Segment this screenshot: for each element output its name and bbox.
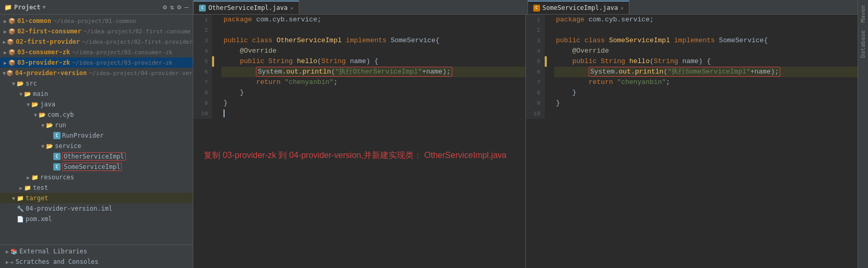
expand-arrow: ▶	[2, 50, 8, 55]
expand-arrow: ▶	[25, 175, 31, 180]
sidebar-item-external-libraries[interactable]: ▶ 📚 External Libraries	[0, 246, 193, 257]
module-name: 03-provider-zk	[17, 59, 70, 66]
tab-some-service-impl[interactable]: C SomeServiceImpl.java ✕	[527, 1, 630, 14]
dropdown-arrow[interactable]: ▼	[43, 4, 46, 10]
line-marker	[214, 88, 221, 98]
folder-icon: 📂	[17, 80, 24, 87]
editor-pane-left: 1 package com.cyb.service; 2 3	[193, 15, 526, 268]
code-line: 8 }	[193, 88, 525, 98]
module-icon: 📦	[8, 59, 16, 66]
line-marker	[214, 77, 221, 88]
sidebar-item-target[interactable]: ▼ 📁 target	[0, 193, 193, 203]
code-line: 7 return "chenyanbin";	[193, 77, 525, 88]
iml-icon: 🔧	[17, 205, 24, 212]
line-number: 7	[526, 77, 545, 88]
sidebar-toolbar: ⚙ ⇅ ⚙ —	[163, 3, 189, 11]
sidebar-item-01-common[interactable]: ▶ 📦 01-common ~/idea-project/01-common	[0, 16, 193, 26]
chinese-annotation: 复制 03-provider-zk 到 04-provider-version,…	[204, 151, 507, 160]
sidebar-item-com-cyb[interactable]: ▼ 📂 com.cyb	[0, 109, 193, 120]
sidebar-item-run[interactable]: ▼ 📂 run	[0, 120, 193, 130]
code-line: 1 package com.cyb.service;	[193, 15, 525, 25]
line-marker	[214, 46, 221, 56]
module-name: 01-common	[17, 17, 51, 25]
code-line: 6 System.out.println("执行SomeServiceImpl"…	[526, 67, 858, 77]
line-content: @Override	[554, 46, 858, 56]
java-class-icon: C	[53, 153, 61, 160]
line-marker	[547, 35, 554, 46]
expand-arrow: ▼	[40, 123, 46, 128]
line-content: public String hello(String name) {	[554, 56, 858, 67]
line-number: 1	[526, 15, 545, 25]
database-panel-label[interactable]: Database	[860, 30, 866, 58]
sidebar-item-other-service-impl[interactable]: C OtherServiceImpl	[0, 151, 193, 162]
expand-arrow: ▶	[4, 249, 10, 254]
minimize-icon[interactable]: —	[184, 3, 189, 11]
code-line: 9 }	[193, 98, 525, 108]
module-path: ~/idea-project/04-provider-ver	[89, 70, 193, 77]
sidebar-bottom: ▶ 📚 External Libraries ▶ ✏️ Scratches an…	[0, 245, 193, 268]
folder-label: src	[26, 80, 37, 87]
sidebar-item-03-provider-zk[interactable]: ▶ 📦 03-provider-zk ~/idea-project/03-pro…	[0, 57, 193, 68]
folder-icon: 📁	[17, 195, 24, 202]
folder-label: java	[40, 101, 55, 108]
settings-icon[interactable]: ⚙	[177, 3, 181, 11]
expand-arrow: ▶	[2, 29, 8, 34]
line-number: 9	[193, 98, 212, 108]
sidebar-item-test[interactable]: ▶ 📁 test	[0, 182, 193, 193]
sidebar-item-src[interactable]: ▼ 📂 src	[0, 78, 193, 89]
tab-close-button[interactable]: ✕	[620, 5, 624, 11]
java-icon: C	[199, 5, 206, 11]
line-content: }	[221, 88, 525, 98]
line-number: 8	[526, 88, 545, 98]
line-number: 3	[193, 35, 212, 46]
code-line: 8 }	[526, 88, 858, 98]
sort-icon[interactable]: ⇅	[170, 3, 174, 11]
code-area-left[interactable]: 1 package com.cyb.service; 2 3	[193, 15, 525, 268]
line-number: 9	[526, 98, 545, 108]
file-label: SomeServiceImpl	[62, 163, 122, 171]
line-content	[221, 25, 525, 35]
project-icon: 📁	[4, 4, 12, 11]
sidebar-item-04-provider-version[interactable]: ▼ 📦 04-provider-version ~/idea-project/0…	[0, 68, 193, 78]
expand-arrow: ▼	[10, 196, 17, 201]
editor-main-wrapper: C OtherServiceImpl.java ✕ C SomeServiceI…	[193, 0, 858, 268]
sidebar-item-03-consumer-zk[interactable]: ▶ 📦 03-consumer-zk ~/idea-project/03-con…	[0, 47, 193, 57]
sidebar-item-service[interactable]: ▼ 📂 service	[0, 141, 193, 151]
line-number: 2	[526, 25, 545, 35]
line-number: 5	[193, 56, 212, 67]
java-icon: C	[533, 5, 540, 11]
sidebar-item-resources[interactable]: ▶ 📁 resources	[0, 172, 193, 182]
sidebar-item-iml[interactable]: 🔧 04-provider-version.iml	[0, 203, 193, 214]
sidebar-item-run-provider[interactable]: C RunProvider	[0, 130, 193, 141]
sidebar-item-scratches[interactable]: ▶ ✏️ Scratches and Consoles	[0, 257, 193, 267]
line-content	[554, 108, 858, 119]
sidebar-item-02-first-consumer[interactable]: ▶ 📦 02-first-consumer ~/idea-project/02-…	[0, 26, 193, 36]
sidebar-item-main[interactable]: ▼ 📂 main	[0, 89, 193, 99]
line-marker	[547, 98, 554, 108]
maven-panel-label[interactable]: Maven	[860, 5, 866, 22]
line-content: return "chenyanbin";	[221, 77, 525, 88]
module-path: ~/idea-project/02-first-consume	[84, 28, 191, 35]
sidebar-item-02-first-provider[interactable]: ▶ 📦 02-first-provider ~/idea-project/02-…	[0, 36, 193, 47]
tab-close-button[interactable]: ✕	[290, 5, 294, 11]
sidebar-title: Project	[14, 4, 41, 11]
sidebar-item-java[interactable]: ▼ 📂 java	[0, 99, 193, 109]
file-label: pom.xml	[26, 215, 52, 223]
folder-icon: 📁	[31, 174, 39, 181]
sidebar-item-some-service-impl[interactable]: C SomeServiceImpl	[0, 162, 193, 172]
editor-pane-right: 1 package com.cyb.service; 2 3	[526, 15, 858, 268]
line-content: package com.cyb.service;	[221, 15, 525, 25]
line-marker	[547, 15, 554, 25]
gear-icon[interactable]: ⚙	[163, 3, 167, 11]
tab-other-service-impl[interactable]: C OtherServiceImpl.java ✕	[193, 1, 299, 14]
code-lines-left: 1 package com.cyb.service; 2 3	[193, 15, 525, 268]
folder-icon: 📂	[39, 112, 46, 118]
libraries-icon: 📚	[10, 248, 18, 255]
module-icon: 📦	[7, 39, 14, 45]
code-area-right[interactable]: 1 package com.cyb.service; 2 3	[526, 15, 858, 268]
code-line: 1 package com.cyb.service;	[526, 15, 858, 25]
sidebar-item-pom-xml[interactable]: 📄 pom.xml	[0, 214, 193, 224]
folder-label: com.cyb	[48, 111, 74, 118]
sidebar-header: 📁 Project ▼ ⚙ ⇅ ⚙ —	[0, 0, 193, 15]
line-number: 8	[193, 88, 212, 98]
